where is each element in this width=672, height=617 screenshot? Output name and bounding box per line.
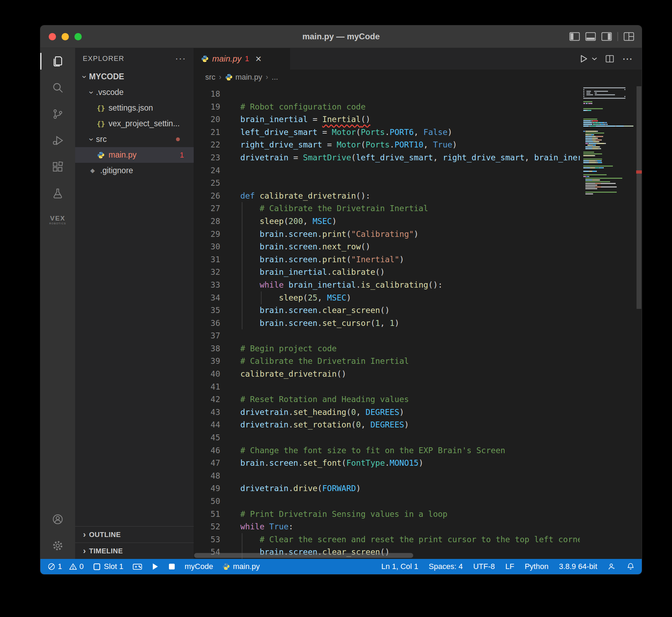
explorer-icon[interactable] xyxy=(40,48,75,74)
code-line-19[interactable]: 19# Robot configuration code xyxy=(194,101,580,113)
chevron-down-icon: › xyxy=(87,88,96,97)
code-line-25[interactable]: 25 xyxy=(194,177,580,190)
code-line-30[interactable]: 30 brain.screen.next_row() xyxy=(194,240,580,253)
code-line-48[interactable]: 48 xyxy=(194,470,580,482)
code-text: brain.screen.set_cursor(1, 1) xyxy=(240,317,399,330)
json-file-icon: {} xyxy=(95,120,106,128)
python-interpreter[interactable]: 3.8.9 64-bit xyxy=(559,562,597,571)
code-line-44[interactable]: 44drivetrain.set_rotation(0, DEGREES) xyxy=(194,418,580,431)
code-line-32[interactable]: 32 brain_inertial.calibrate() xyxy=(194,266,580,279)
slot-indicator[interactable]: Slot 1 xyxy=(93,562,123,571)
code-line-49[interactable]: 49drivetrain.drive(FORWARD) xyxy=(194,482,580,495)
tree-item-gitignore[interactable]: ◆.gitignore xyxy=(75,163,194,178)
minimap[interactable] xyxy=(583,87,636,195)
code-line-47[interactable]: 47brain.screen.set_font(FontType.MONO15) xyxy=(194,457,580,470)
scrollbar-thumb[interactable] xyxy=(637,86,641,309)
source-control-icon[interactable] xyxy=(40,101,75,127)
code-line-52[interactable]: 52while True: xyxy=(194,520,580,533)
code-line-40[interactable]: 40calibrate_drivetrain() xyxy=(194,368,580,380)
code-line-35[interactable]: 35 brain.screen.clear_screen() xyxy=(194,304,580,317)
code-line-37[interactable]: 37 xyxy=(194,329,580,342)
extensions-icon[interactable] xyxy=(40,154,75,180)
run-and-debug-icon[interactable] xyxy=(40,127,75,154)
code-line-18[interactable]: 18 xyxy=(194,88,580,101)
tree-item-src[interactable]: ›src xyxy=(75,131,194,147)
feedback-icon[interactable] xyxy=(608,562,616,571)
minimap-row xyxy=(583,193,636,195)
code-line-42[interactable]: 42# Reset Rotation and Heading values xyxy=(194,393,580,406)
code-line-39[interactable]: 39# Calibrate the Drivetrain Inertial xyxy=(194,355,580,368)
cursor-position[interactable]: Ln 1, Col 1 xyxy=(381,562,418,571)
code-line-50[interactable]: 50 xyxy=(194,495,580,508)
timeline-section-header[interactable]: › TIMELINE xyxy=(75,543,194,559)
encoding[interactable]: UTF-8 xyxy=(473,562,495,571)
code-line-46[interactable]: 46# Change the font size to fit on the E… xyxy=(194,444,580,457)
code-line-45[interactable]: 45 xyxy=(194,431,580,444)
code-lines: 1819# Robot configuration code20brain_in… xyxy=(194,88,580,559)
toggle-primary-sidebar-icon[interactable] xyxy=(569,32,580,41)
code-line-41[interactable]: 41 xyxy=(194,380,580,393)
tree-item-vex-project-settin[interactable]: {}vex_project_settin... xyxy=(75,116,194,131)
tree-root-mycode[interactable]: › MYCODE xyxy=(75,69,194,85)
error-count: 1 xyxy=(58,562,62,571)
explorer-header-label: EXPLORER xyxy=(83,55,124,63)
close-window-button[interactable] xyxy=(49,33,56,40)
active-file[interactable]: main.py xyxy=(222,562,260,571)
account-icon[interactable] xyxy=(40,506,75,532)
code-text: # Calibrate the Drivetrain Inertial xyxy=(240,202,428,215)
language-mode[interactable]: Python xyxy=(525,562,549,571)
code-editor[interactable]: 1819# Robot configuration code20brain_in… xyxy=(194,85,642,559)
breadcrumb-folder[interactable]: src xyxy=(205,73,215,82)
line-number: 26 xyxy=(194,190,220,202)
customize-layout-icon[interactable] xyxy=(624,32,634,41)
split-editor-icon[interactable] xyxy=(605,54,615,64)
vex-device-button[interactable] xyxy=(133,562,142,571)
code-line-43[interactable]: 43drivetrain.set_heading(0, DEGREES) xyxy=(194,406,580,419)
code-line-51[interactable]: 51# Print Drivetrain Sensing values in a… xyxy=(194,508,580,521)
breadcrumb-file[interactable]: main.py xyxy=(225,73,262,82)
line-number: 50 xyxy=(194,495,220,508)
run-dropdown-chevron-icon[interactable] xyxy=(592,57,597,61)
toggle-panel-icon[interactable] xyxy=(585,32,596,41)
testing-icon[interactable] xyxy=(40,180,75,207)
run-python-file-icon[interactable] xyxy=(578,54,589,64)
code-line-38[interactable]: 38# Begin project code xyxy=(194,342,580,355)
minimize-window-button[interactable] xyxy=(62,33,69,40)
tab-main-py[interactable]: main.py 1 × xyxy=(194,48,290,70)
code-line-28[interactable]: 28 sleep(200, MSEC) xyxy=(194,215,580,228)
code-line-36[interactable]: 36 brain.screen.set_cursor(1, 1) xyxy=(194,317,580,330)
vertical-scrollbar[interactable] xyxy=(636,85,642,559)
code-line-20[interactable]: 20brain_inertial = Inertial() xyxy=(194,113,580,126)
toggle-secondary-sidebar-icon[interactable] xyxy=(601,32,612,41)
code-line-53[interactable]: 53 # Clear the screen and reset the prin… xyxy=(194,533,580,546)
search-icon[interactable] xyxy=(40,74,75,101)
tree-item-main-py[interactable]: main.py1 xyxy=(75,147,194,163)
outline-section-header[interactable]: › OUTLINE xyxy=(75,526,194,543)
code-line-24[interactable]: 24 xyxy=(194,164,580,177)
zoom-window-button[interactable] xyxy=(74,33,82,40)
notifications-bell-icon[interactable] xyxy=(626,562,635,571)
stop-button[interactable] xyxy=(168,563,176,570)
run-button[interactable] xyxy=(151,562,159,571)
project-name[interactable]: myCode xyxy=(185,562,213,571)
code-line-23[interactable]: 23drivetrain = SmartDrive(left_drive_sma… xyxy=(194,151,580,164)
code-text: # Clear the screen and reset the print c… xyxy=(240,533,580,546)
horizontal-scrollbar[interactable] xyxy=(194,553,413,558)
tree-item-settings-json[interactable]: {}settings.json xyxy=(75,100,194,116)
vex-extension-icon[interactable]: VEX ROBOTICS xyxy=(40,207,75,233)
eol-sequence[interactable]: LF xyxy=(505,562,514,571)
code-line-34[interactable]: 34 sleep(25, MSEC) xyxy=(194,291,580,304)
tree-item-vscode[interactable]: ›.vscode xyxy=(75,85,194,100)
line-number: 35 xyxy=(194,304,220,317)
code-line-26[interactable]: 26def calibrate_drivetrain(): xyxy=(194,190,580,202)
code-line-31[interactable]: 31 brain.screen.print("Inertial") xyxy=(194,253,580,266)
breadcrumb-symbol[interactable]: ... xyxy=(272,73,278,82)
code-line-33[interactable]: 33 while brain_inertial.is_calibrating()… xyxy=(194,279,580,291)
code-line-27[interactable]: 27 # Calibrate the Drivetrain Inertial xyxy=(194,202,580,215)
code-line-21[interactable]: 21left_drive_smart = Motor(Ports.PORT6, … xyxy=(194,126,580,139)
code-line-22[interactable]: 22right_drive_smart = Motor(Ports.PORT10… xyxy=(194,138,580,151)
problems-indicator[interactable]: 1 0 xyxy=(47,562,84,571)
indentation[interactable]: Spaces: 4 xyxy=(429,562,463,571)
settings-gear-icon[interactable] xyxy=(40,532,75,559)
code-line-29[interactable]: 29 brain.screen.print("Calibrating") xyxy=(194,228,580,241)
